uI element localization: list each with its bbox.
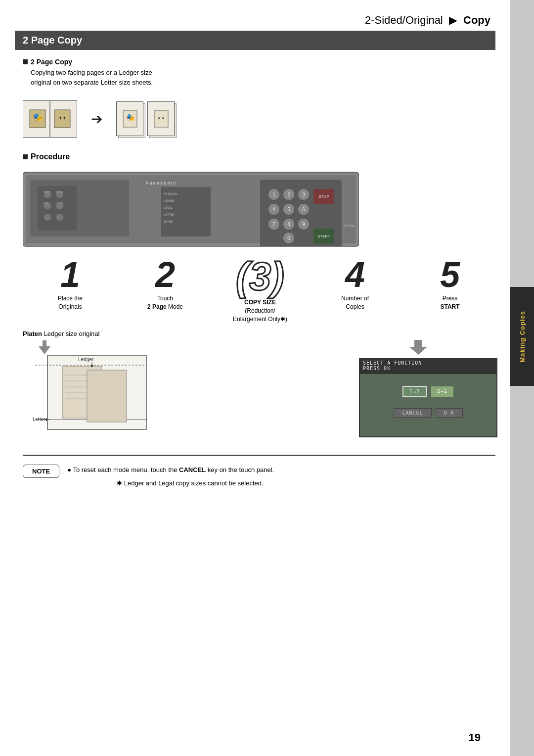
svg-text:5: 5 <box>287 207 290 212</box>
page-output-1: 🎭 <box>116 101 143 136</box>
svg-text:Ledger: Ledger <box>78 357 94 362</box>
svg-text:START: START <box>317 234 330 238</box>
book-icon: 🎭 ✦✦ <box>23 100 77 138</box>
svg-text:LEGAL: LEGAL <box>164 206 173 209</box>
step-5-label: Press START <box>440 294 459 311</box>
platen-connector: Ledger Letter <box>33 340 161 441</box>
step-4-label: Number of Copies <box>341 294 369 311</box>
book-page-right: ✦✦ <box>50 101 75 137</box>
note-text-end: key on the touch panel. <box>206 466 274 473</box>
step-3-number: (3) <box>236 257 284 296</box>
sub-section-desc: Copying two facing pages or a Ledger siz… <box>31 68 495 87</box>
section-title: 2 Page Copy <box>23 35 82 46</box>
section-title-bar: 2 Page Copy <box>15 31 495 50</box>
page-header: 2-Sided/Original ▶ Copy <box>15 0 495 31</box>
step-3-label: COPY SIZE (Reduction/ Enlargement Only✱) <box>233 298 287 323</box>
bullet-icon <box>23 59 28 64</box>
svg-text:ORIGINAL: ORIGINAL <box>164 192 178 195</box>
platen-header: Platen Ledger size original <box>23 330 161 337</box>
step-2-label: Touch 2 Page Mode <box>147 294 183 311</box>
sub-section: 2 Page Copy Copying two facing pages or … <box>23 58 495 87</box>
svg-rect-65 <box>87 370 127 422</box>
svg-text:LEDGER: LEDGER <box>164 199 175 202</box>
svg-marker-72 <box>409 340 427 355</box>
svg-text:🎭: 🎭 <box>126 113 134 122</box>
desc-line2: original on two separate Letter size she… <box>31 78 495 88</box>
svg-text:6: 6 <box>302 207 305 212</box>
svg-marker-55 <box>39 340 50 354</box>
svg-text:Panasonic: Panasonic <box>145 181 177 186</box>
screen-options: 1→2 2→1 <box>364 386 492 397</box>
step-5-number: 5 <box>440 257 460 292</box>
svg-text:9: 9 <box>302 222 305 227</box>
svg-text:LETTER: LETTER <box>164 213 175 216</box>
platen-diagram-svg: Ledger Letter <box>33 340 151 439</box>
svg-point-17 <box>44 213 51 221</box>
book-page-left: 🎭 <box>25 101 50 137</box>
platen-diagram: Platen Ledger size original <box>23 330 161 441</box>
steps-container: 1 Place the Originals 2 Touch 2 Page Mod… <box>23 257 497 323</box>
pages-output: 🎭 ✦✦ <box>116 101 175 136</box>
step-2: 2 Touch 2 Page Mode <box>118 257 213 311</box>
procedure-label: Procedure <box>31 152 70 161</box>
book-spine <box>49 101 50 137</box>
svg-text:3: 3 <box>302 192 305 197</box>
screen-option-1[interactable]: 1→2 <box>402 386 427 397</box>
sub-section-title: 2 Page Copy <box>23 58 495 66</box>
main-content: 2-Sided/Original ▶ Copy 2 Page Copy 2 Pa… <box>0 0 510 756</box>
step-5: 5 Press START <box>402 257 497 311</box>
screen-body: 1→2 2→1 CANCEL O K <box>359 373 497 437</box>
page-number: 19 <box>469 731 481 744</box>
step-4: 4 Number of Copies <box>308 257 402 311</box>
note-text: ● To reset each mode menu, touch the CAN… <box>67 465 274 475</box>
svg-text:0: 0 <box>287 236 290 241</box>
copier-area: Panasonic SORT MULTI FAX COPY ORIGINAL L… <box>23 167 495 253</box>
header-arrow: ▶ <box>449 14 457 26</box>
spacer <box>171 330 349 441</box>
svg-text:FAX: FAX <box>44 202 48 205</box>
header-title: 2-Sided/Original <box>365 14 443 26</box>
screen-ok-button[interactable]: O K <box>436 408 463 418</box>
sidebar-tab: Making Copies <box>510 287 534 386</box>
svg-text:2: 2 <box>287 192 290 197</box>
note-text-bold: CANCEL <box>179 466 206 473</box>
step-3: (3) COPY SIZE (Reduction/ Enlargement On… <box>213 257 308 323</box>
step-1: 1 Place the Originals <box>23 257 118 311</box>
screen-connector-arrow <box>408 340 497 356</box>
svg-text:7: 7 <box>272 222 275 227</box>
screen-top-text: SELECT A FUNCTION PRESS OK <box>359 358 497 373</box>
desc-line1: Copying two facing pages or a Ledger siz… <box>31 68 495 78</box>
procedure-detail: Platen Ledger size original <box>23 330 497 441</box>
procedure-bullet-icon <box>23 154 28 159</box>
header-copy: Copy <box>463 14 490 26</box>
svg-text:✦✦: ✦✦ <box>157 116 165 121</box>
svg-text:STOP: STOP <box>318 194 329 199</box>
svg-text:🎭: 🎭 <box>33 112 43 122</box>
copier-svg: Panasonic SORT MULTI FAX COPY ORIGINAL L… <box>23 167 359 251</box>
screen-option-2[interactable]: 2→1 <box>431 386 454 397</box>
step-1-label: Place the Originals <box>58 294 83 311</box>
note-box: NOTE <box>23 465 59 478</box>
svg-text:SORT: SORT <box>44 190 50 193</box>
svg-text:✦✦: ✦✦ <box>58 115 66 121</box>
note-content-area: ● To reset each mode menu, touch the CAN… <box>67 465 274 487</box>
svg-text:4: 4 <box>272 207 275 212</box>
note-bullet: ● <box>67 466 71 473</box>
screen-cancel-button[interactable]: CANCEL <box>394 408 431 418</box>
svg-text:MULTI: MULTI <box>56 190 63 193</box>
sub-section-label: 2 Page Copy <box>31 58 72 66</box>
diagram-arrow: ➔ <box>91 111 102 127</box>
page-output-2: ✦✦ <box>147 101 175 136</box>
step-2-number: 2 <box>155 257 175 292</box>
screen-bottom-btns: CANCEL O K <box>364 408 492 418</box>
screen-display: SELECT A FUNCTION PRESS OK 1→2 2→1 CANCE… <box>359 340 497 441</box>
diagram-area: 🎭 ✦✦ ➔ 🎭 <box>23 94 495 143</box>
right-sidebar: Making Copies <box>510 0 534 756</box>
note-section: NOTE ● To reset each mode menu, touch th… <box>23 455 495 487</box>
sidebar-tab-label: Making Copies <box>519 311 526 363</box>
step-1-number: 1 <box>60 257 80 292</box>
svg-text:ACTIVE: ACTIVE <box>344 224 355 227</box>
page-sheet-1: 🎭 <box>116 101 143 136</box>
screen-arrow-svg <box>408 340 428 355</box>
step-4-number: 4 <box>345 257 365 292</box>
